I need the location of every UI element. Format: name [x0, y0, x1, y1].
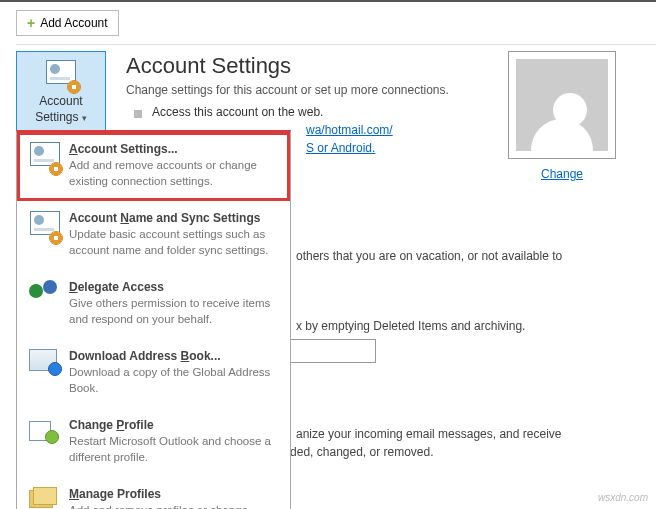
account-card-gear-icon: [29, 211, 59, 241]
menu-item-download-address-book[interactable]: Download Address Book... Download a copy…: [17, 339, 290, 408]
people-icon: [29, 280, 59, 310]
menu-item-desc: Add and remove profiles or change existi…: [69, 503, 278, 509]
ribbon-label-line2: Settings: [35, 110, 78, 124]
menu-item-change-profile[interactable]: Change Profile Restart Microsoft Outlook…: [17, 408, 290, 477]
account-settings-dropdown: Account Settings... Add and remove accou…: [16, 130, 291, 509]
add-account-button[interactable]: + Add Account: [16, 10, 119, 36]
plus-icon: +: [27, 15, 35, 31]
ribbon-label-line1: Account: [21, 94, 101, 110]
menu-item-desc: Add and remove accounts or change existi…: [69, 158, 278, 189]
add-account-label: Add Account: [40, 16, 107, 30]
menu-item-name-sync[interactable]: Account Name and Sync Settings Update ba…: [17, 201, 290, 270]
account-card-gear-icon: [45, 60, 77, 90]
menu-item-desc: Give others permission to receive items …: [69, 296, 278, 327]
account-card-gear-icon: [29, 142, 59, 172]
mobile-link[interactable]: S or Android.: [306, 141, 375, 155]
address-book-download-icon: [29, 349, 59, 379]
menu-item-account-settings[interactable]: Account Settings... Add and remove accou…: [17, 132, 290, 201]
archive-text-fragment: x by emptying Deleted Items and archivin…: [296, 319, 636, 333]
hotmail-link[interactable]: wa/hotmail.com/: [306, 123, 393, 137]
chevron-down-icon: ▾: [82, 113, 87, 123]
bullet-icon: [134, 110, 142, 118]
menu-item-desc: Download a copy of the Global Address Bo…: [69, 365, 278, 396]
menu-item-desc: Update basic account settings such as ac…: [69, 227, 278, 258]
menu-item-delegate-access[interactable]: Delegate Access Give others permission t…: [17, 270, 290, 339]
profile-refresh-icon: [29, 418, 59, 448]
folders-icon: [29, 487, 59, 509]
menu-item-manage-profiles[interactable]: Manage Profiles Add and remove profiles …: [17, 477, 290, 509]
avatar-image: [508, 51, 616, 159]
watermark: wsxdn.com: [598, 492, 648, 503]
change-avatar-link[interactable]: Change: [541, 167, 583, 181]
menu-item-desc: Restart Microsoft Outlook and choose a d…: [69, 434, 278, 465]
account-settings-ribbon-button[interactable]: Account Settings ▾: [16, 51, 106, 132]
bullet-text-1: Access this account on the web.: [152, 105, 323, 119]
rss-text-line1: anize your incoming email messages, and …: [296, 427, 636, 441]
vacation-text-fragment: others that you are on vacation, or not …: [296, 249, 636, 263]
